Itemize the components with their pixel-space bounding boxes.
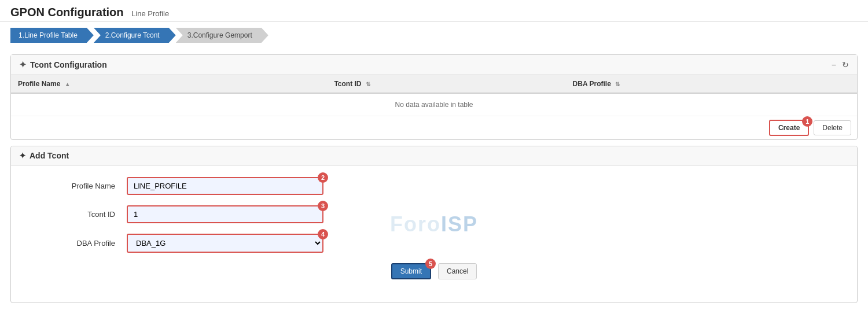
dba-profile-row: DBA Profile DBA_1G DBA_2G DBA_512M 4 xyxy=(34,234,834,253)
col-dba-profile[interactable]: DBA Profile ⇅ xyxy=(566,75,857,93)
page-subtitle: Line Profile xyxy=(131,9,169,18)
col-profile-name[interactable]: Profile Name ▲ xyxy=(11,75,327,93)
create-badge-wrap: Create 1 xyxy=(769,120,809,136)
step-1-label[interactable]: 1.Line Profile Table xyxy=(10,28,94,43)
delete-button[interactable]: Delete xyxy=(814,120,851,135)
refresh-button[interactable]: ↻ xyxy=(842,60,849,69)
add-tcont-header: ✦ Add Tcont xyxy=(11,146,857,165)
card-actions: − ↻ xyxy=(832,60,849,69)
breadcrumb-steps: 1.Line Profile Table 2.Configure Tcont 3… xyxy=(0,22,868,49)
page-title: GPON Configuration xyxy=(10,6,124,19)
step-2-label[interactable]: 2.Configure Tcont xyxy=(94,28,176,43)
sort-icon-tcont: ⇅ xyxy=(366,81,370,87)
badge-4: 4 xyxy=(318,229,328,239)
badge-2: 2 xyxy=(318,172,328,183)
badge-5: 5 xyxy=(425,259,436,269)
tcont-table: Profile Name ▲ Tcont ID ⇅ DBA Profile ⇅ … xyxy=(11,75,857,116)
tcont-table-head: Profile Name ▲ Tcont ID ⇅ DBA Profile ⇅ xyxy=(11,75,857,93)
tcont-id-label: Tcont ID xyxy=(34,210,115,219)
table-row-nodata: No data available in table xyxy=(11,93,857,116)
tcont-table-body: No data available in table xyxy=(11,93,857,116)
tcont-id-input[interactable] xyxy=(127,205,323,223)
col-tcont-id[interactable]: Tcont ID ⇅ xyxy=(327,75,565,93)
profile-name-input[interactable] xyxy=(127,177,323,195)
plugin-icon: ✦ xyxy=(19,60,27,70)
tcont-id-row: Tcont ID 3 xyxy=(34,205,834,223)
step-3-label[interactable]: 3.Configure Gemport xyxy=(176,28,269,43)
step-2[interactable]: 2.Configure Tcont xyxy=(94,28,176,43)
sort-icon-dba: ⇅ xyxy=(615,81,620,87)
dba-profile-label: DBA Profile xyxy=(34,239,115,248)
page-header: GPON Configuration Line Profile xyxy=(0,0,868,22)
add-tcont-title: Add Tcont xyxy=(30,151,69,160)
tcont-config-title: ✦ Tcont Configuration xyxy=(19,60,107,70)
dba-profile-select[interactable]: DBA_1G DBA_2G DBA_512M xyxy=(127,234,323,253)
step-1[interactable]: 1.Line Profile Table xyxy=(10,28,94,43)
profile-name-label: Profile Name xyxy=(34,182,115,190)
profile-name-row: Profile Name 2 xyxy=(34,177,834,195)
tcont-config-header: ✦ Tcont Configuration − ↻ xyxy=(11,55,857,75)
badge-3: 3 xyxy=(318,201,328,211)
step-3[interactable]: 3.Configure Gemport xyxy=(176,28,269,43)
cancel-button[interactable]: Cancel xyxy=(438,263,477,279)
form-area: Profile Name 2 Tcont ID 3 DBA Profile DB… xyxy=(11,165,857,291)
tcont-config-card: ✦ Tcont Configuration − ↻ Profile Name ▲… xyxy=(10,54,858,140)
no-data-text: No data available in table xyxy=(11,93,857,116)
add-tcont-card: ForoISP ✦ Add Tcont Profile Name 2 Tcont… xyxy=(10,146,858,303)
minimize-button[interactable]: − xyxy=(832,60,836,69)
form-actions: Submit 5 Cancel xyxy=(34,263,834,279)
table-footer: Create 1 Delete xyxy=(11,116,857,139)
badge-1: 1 xyxy=(802,116,812,127)
add-tcont-plugin-icon: ✦ xyxy=(19,151,26,160)
tcont-config-title-text: Tcont Configuration xyxy=(30,60,107,69)
sort-icon-profile: ▲ xyxy=(65,81,71,87)
